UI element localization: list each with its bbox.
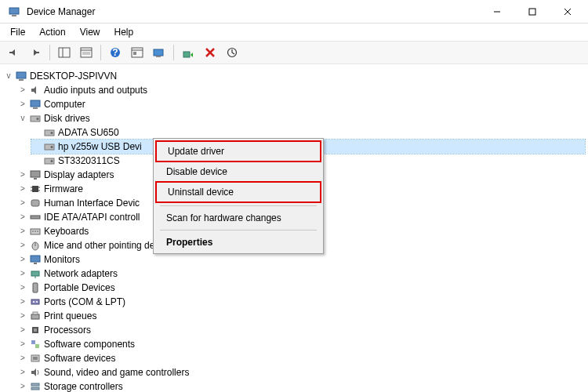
tree-label: Display adapters [44,168,114,182]
svg-rect-3 [529,9,535,15]
svg-rect-0 [9,8,19,14]
chevron-right-icon[interactable]: > [17,196,28,210]
chevron-right-icon[interactable]: > [17,365,28,379]
chevron-right-icon[interactable]: > [17,309,28,323]
svg-rect-18 [133,52,136,55]
chevron-right-icon[interactable]: > [17,295,28,309]
chevron-right-icon[interactable]: > [17,238,28,252]
chevron-right-icon[interactable]: > [17,323,28,337]
context-menu-uninstall-device[interactable]: Uninstall device [155,181,321,203]
svg-point-48 [34,230,36,232]
chevron-right-icon[interactable]: > [17,210,28,224]
tree-label: Disk drives [44,111,90,125]
storage-icon [29,380,42,392]
disk-icon [43,126,56,139]
menu-file[interactable]: File [3,25,32,39]
tree-label: Audio inputs and outputs [44,83,147,97]
tree-label: Ports (COM & LPT) [44,295,125,309]
context-menu-separator [160,230,317,230]
context-menu-properties[interactable]: Properties [155,233,321,252]
svg-point-34 [51,146,53,148]
tree-item-disk-drives[interactable]: vDisk drives [17,111,585,125]
window-title: Device Manager [25,6,479,17]
tree-item-print-queues[interactable]: >Print queues [17,309,585,323]
tree-item-ports[interactable]: >Ports (COM & LPT) [17,295,585,309]
expander-icon[interactable]: v [3,69,14,83]
chevron-right-icon[interactable]: > [17,351,28,365]
properties-toolbar-button[interactable] [76,43,96,62]
menu-view[interactable]: View [73,25,107,39]
svg-rect-8 [59,48,70,57]
tree-label: Software devices [44,351,115,365]
enable-device-toolbar-button[interactable] [178,43,198,62]
chevron-right-icon[interactable]: > [17,252,28,267]
menu-help[interactable]: Help [107,25,141,39]
menu-action[interactable]: Action [32,25,72,39]
tree-root[interactable]: v DESKTOP-JSPIVVN [3,69,585,83]
show-hide-tree-button[interactable] [54,43,74,62]
tree-label: Keyboards [44,224,89,238]
chevron-right-icon[interactable]: > [17,97,28,111]
computer-icon [29,98,42,111]
chevron-right-icon[interactable]: > [17,83,28,97]
mouse-icon [29,239,42,252]
menubar: File Action View Help [0,24,588,41]
toolbar: ? [0,41,588,64]
uninstall-device-toolbar-button[interactable] [200,43,220,62]
chevron-right-icon[interactable]: > [17,281,28,295]
chevron-right-icon[interactable]: > [17,182,28,196]
back-button[interactable] [3,43,24,62]
svg-rect-38 [34,178,37,180]
forward-button[interactable] [25,43,45,62]
tree-label: Storage controllers [44,379,123,392]
svg-point-32 [51,132,53,134]
printer-icon [29,310,42,322]
hid-icon [29,197,42,209]
svg-rect-67 [33,357,38,360]
tree-label: ADATA SU650 [58,125,119,140]
svg-point-59 [36,301,38,303]
cpu-icon [29,324,42,336]
svg-rect-57 [31,299,39,304]
scan-hardware-toolbar-button[interactable] [149,43,169,62]
expander-icon[interactable]: v [17,111,28,125]
tree-item-network[interactable]: >Network adapters [17,267,585,281]
tree-item-computer[interactable]: >Computer [17,97,585,111]
tree-item-processors[interactable]: >Processors [17,323,585,337]
chevron-right-icon[interactable]: > [17,267,28,281]
help-toolbar-button[interactable]: ? [105,43,125,62]
chevron-right-icon[interactable]: > [17,168,28,182]
tree-item-sw-devices[interactable]: >Software devices [17,351,585,365]
context-menu-disable-device[interactable]: Disable device [155,162,321,181]
tree-item-audio[interactable]: >Audio inputs and outputs [17,83,585,97]
tree-item-sound[interactable]: >Sound, video and game controllers [17,365,585,379]
chevron-right-icon[interactable]: > [17,337,28,351]
update-driver-toolbar-button[interactable] [222,43,242,62]
titlebar: Device Manager [0,0,588,24]
svg-rect-25 [16,72,26,78]
audio-icon [29,84,42,96]
svg-point-30 [37,118,39,120]
action-toolbar-button[interactable] [127,43,147,62]
tree-item-monitors[interactable]: >Monitors [17,252,585,267]
software-icon [29,352,42,365]
svg-rect-53 [34,263,37,264]
svg-point-58 [33,301,34,303]
tree-item-portable[interactable]: >Portable Devices [17,281,585,295]
maximize-button[interactable] [514,1,550,23]
tree-item-storage[interactable]: >Storage controllers [17,379,585,392]
port-icon [29,296,42,308]
app-icon [8,5,20,18]
close-button[interactable] [550,1,585,23]
svg-rect-56 [33,283,38,292]
ide-icon [29,211,42,223]
context-menu-update-driver[interactable]: Update driver [155,140,321,162]
minimize-button[interactable] [479,1,514,23]
chevron-right-icon[interactable]: > [17,224,28,238]
svg-rect-61 [33,312,38,314]
context-menu-scan-hardware[interactable]: Scan for hardware changes [155,209,321,227]
svg-rect-52 [31,256,40,262]
chevron-right-icon[interactable]: > [17,379,28,392]
tree-item-sw-components[interactable]: >Software components [17,337,585,351]
portable-icon [29,281,42,294]
